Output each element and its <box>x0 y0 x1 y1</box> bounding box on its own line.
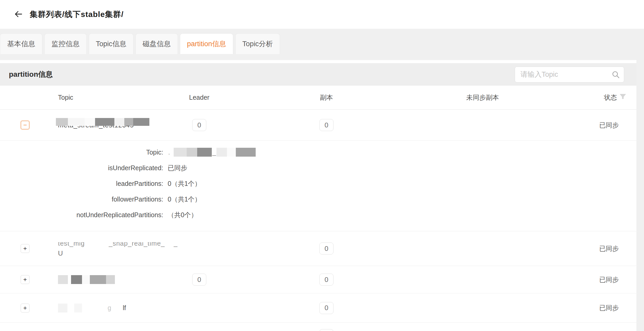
expand-row-button[interactable]: + <box>21 304 30 312</box>
detail-label: isUnderReplicated: <box>0 164 163 172</box>
detail-value: 0（共1个） <box>168 195 201 204</box>
redacted-topic-value: ._ <box>168 147 256 157</box>
redacted-topic-name <box>58 274 115 285</box>
expanded-row-detail: Topic: ._ isUnderReplicated: 已同步 leaderP… <box>0 141 636 231</box>
replica-count-badge: 0 <box>319 302 333 314</box>
status-text: 已同步 <box>599 304 619 312</box>
redaction-segment <box>197 148 212 157</box>
redaction-segment: g <box>108 304 111 312</box>
redaction-segment <box>216 148 227 157</box>
detail-value: （共0个） <box>168 211 197 219</box>
tab-topic-analysis[interactable]: Topic分析 <box>235 33 280 54</box>
tab-disk-info[interactable]: 磁盘信息 <box>136 33 178 54</box>
content-panel: partition信息 Topic Leader 副本 未同步副本 状态 <box>0 60 636 331</box>
filter-funnel-icon[interactable] <box>619 94 626 102</box>
page-body: 基本信息 监控信息 Topic信息 磁盘信息 partition信息 Topic… <box>0 29 644 331</box>
redaction-segment <box>114 118 124 126</box>
detail-label: notUnderReplicatedPartitions: <box>0 211 163 219</box>
redaction-segment <box>133 118 149 126</box>
redaction-segment: . <box>168 149 170 156</box>
redaction-segment <box>90 275 106 284</box>
redaction-segment <box>68 118 85 126</box>
redaction-segment: _ <box>212 149 216 156</box>
redacted-topic-name: test_mig_snap_real_time__ U <box>58 240 178 257</box>
tab-topic-info[interactable]: Topic信息 <box>89 33 133 54</box>
expand-row-button[interactable]: + <box>21 275 30 284</box>
redaction-segment <box>106 275 115 284</box>
tab-basic-info[interactable]: 基本信息 <box>0 33 42 54</box>
redaction-segment <box>67 304 74 312</box>
search-icon[interactable] <box>612 70 620 80</box>
tab-monitor-info[interactable]: 监控信息 <box>44 33 87 54</box>
section-title: partition信息 <box>9 69 53 79</box>
table-row: + test_mig_snap_real_time__ U 0 已同步 <box>0 231 636 266</box>
detail-row: Topic: ._ <box>0 144 636 160</box>
back-button[interactable] <box>13 9 24 20</box>
column-header-status: 状态 <box>599 86 631 109</box>
page-title: 集群列表/线下stable集群/ <box>30 9 124 20</box>
collapse-row-button[interactable]: − <box>21 121 30 129</box>
redaction-segment <box>68 275 71 284</box>
leader-count-badge: 0 <box>192 119 206 131</box>
column-header-unsynced: 未同步副本 <box>452 86 513 109</box>
table-row: + 0 0 已同步 <box>0 266 636 293</box>
table-row: 0 <box>0 323 636 331</box>
redaction-segment: lf <box>123 304 126 312</box>
status-header-label: 状态 <box>604 93 617 102</box>
tab-partition-info[interactable]: partition信息 <box>180 33 233 54</box>
status-text: 已同步 <box>599 121 619 129</box>
redaction-segment <box>74 304 82 312</box>
redaction-segment <box>236 148 256 157</box>
detail-row: followerPartitions: 0（共1个） <box>0 191 636 207</box>
arrow-left-icon <box>14 9 23 20</box>
table-row: + glf 0 已同步 <box>0 293 636 323</box>
redaction-segment <box>58 304 67 312</box>
redaction-segment <box>112 304 122 312</box>
detail-label: leaderPartitions: <box>0 180 163 187</box>
detail-value: 0（共1个） <box>168 179 201 188</box>
status-text: 已同步 <box>599 275 619 284</box>
redaction-segment <box>187 148 197 157</box>
redaction-segment <box>174 148 187 157</box>
redaction-segment <box>56 118 68 126</box>
section-bar: partition信息 <box>0 63 636 86</box>
leader-count-badge: 0 <box>192 274 206 286</box>
tab-strip: 基本信息 监控信息 Topic信息 磁盘信息 partition信息 Topic… <box>0 29 644 60</box>
redaction-segment <box>82 304 107 312</box>
status-text: 已同步 <box>599 244 619 253</box>
column-header-topic: Topic <box>58 86 194 109</box>
column-header-leader: Leader <box>183 86 215 109</box>
redaction-segment <box>82 275 90 284</box>
replica-count-badge: 0 <box>319 274 333 286</box>
topic-search <box>515 67 624 82</box>
redaction-segment <box>71 275 82 284</box>
table-row: − meta_stream_test12345 0 0 已同步 <box>0 110 636 141</box>
column-header-replica: 副本 <box>310 86 343 109</box>
topic-search-input[interactable] <box>515 67 624 82</box>
redaction-segment <box>95 118 114 126</box>
detail-label: Topic: <box>0 149 163 156</box>
replica-count-badge: 0 <box>319 329 333 331</box>
redaction-segment <box>85 118 95 126</box>
detail-label: followerPartitions: <box>0 196 163 203</box>
table-header: Topic Leader 副本 未同步副本 状态 <box>0 86 636 110</box>
detail-row: leaderPartitions: 0（共1个） <box>0 176 636 191</box>
detail-row: notUnderReplicatedPartitions: （共0个） <box>0 207 636 223</box>
redacted-topic-name: meta_stream_test12345 <box>58 121 134 129</box>
redaction-segment <box>171 148 174 157</box>
replica-count-badge: 0 <box>319 119 333 131</box>
redaction-segment <box>124 118 133 126</box>
redacted-topic-name: glf <box>58 303 126 313</box>
redaction-segment <box>58 275 68 284</box>
expand-row-button[interactable]: + <box>21 244 30 253</box>
title-bar: 集群列表/线下stable集群/ <box>0 0 644 29</box>
spacer <box>0 60 636 63</box>
replica-count-badge: 0 <box>319 243 333 255</box>
detail-row: isUnderReplicated: 已同步 <box>0 160 636 176</box>
redaction-segment <box>227 148 236 157</box>
detail-value: 已同步 <box>168 164 187 172</box>
